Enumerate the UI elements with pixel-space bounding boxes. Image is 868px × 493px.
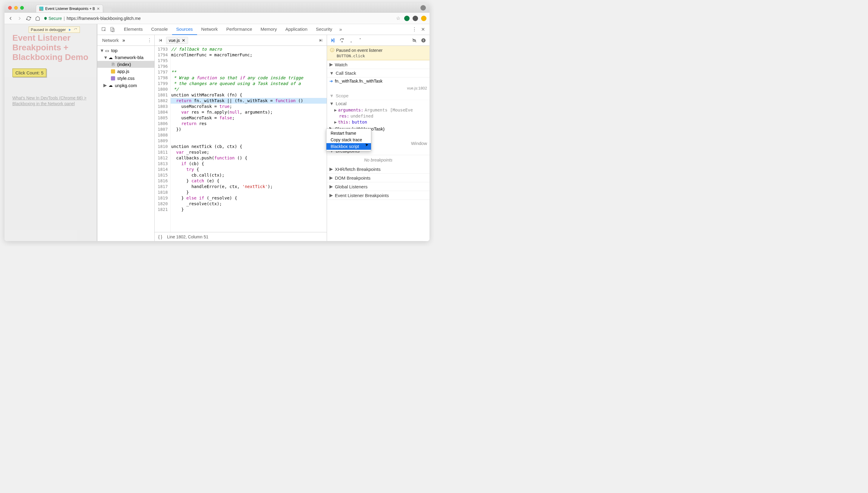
format-icon[interactable]: { }: [158, 234, 162, 239]
inspect-element-icon[interactable]: [100, 25, 108, 34]
current-frame-icon: ➔: [329, 79, 333, 84]
prev-file-icon[interactable]: [156, 36, 165, 45]
close-devtools-icon[interactable]: ✕: [419, 25, 427, 34]
back-button[interactable]: [7, 15, 14, 21]
code-line[interactable]: var _resolve;: [171, 149, 327, 155]
code-line[interactable]: * Wrap a function so that if any code in…: [171, 75, 327, 81]
code-line[interactable]: return fn._withTask || (fn._withTask = f…: [171, 98, 327, 104]
code-line[interactable]: if (cb) {: [171, 161, 327, 167]
tree-cdn[interactable]: ▶☁unpkg.com: [97, 82, 154, 89]
resume-button[interactable]: [329, 36, 337, 45]
scope-var-res[interactable]: res: undefined: [327, 113, 430, 119]
section-call-stack[interactable]: ▼Call Stack: [327, 69, 430, 78]
url-input[interactable]: Secure | https://framework-blackboxing.g…: [44, 16, 392, 21]
scope-var-this[interactable]: ▶this: button: [327, 119, 430, 125]
tab-security[interactable]: Security: [312, 24, 337, 35]
new-tab-button[interactable]: [104, 7, 111, 12]
click-count-button[interactable]: Click Count: 5: [13, 68, 46, 77]
navigator-more-icon[interactable]: »: [122, 38, 125, 43]
code-editor[interactable]: 1793179417951796179717981799180018011802…: [155, 46, 327, 232]
tab-console[interactable]: Console: [147, 24, 172, 35]
window-close-button[interactable]: [8, 6, 12, 9]
code-line[interactable]: * the changes are queued using a Task in…: [171, 81, 327, 86]
navigator-menu-icon[interactable]: ⋮: [147, 37, 152, 43]
extension-icon[interactable]: [421, 16, 427, 21]
window-minimize-button[interactable]: [14, 6, 18, 9]
code-line[interactable]: [171, 58, 327, 64]
code-line[interactable]: */: [171, 86, 327, 92]
next-file-icon[interactable]: [317, 36, 325, 45]
menu-icon[interactable]: ⋮: [410, 25, 419, 34]
step-over-icon[interactable]: [73, 28, 78, 32]
editor-tab-vue[interactable]: vue.js✕: [166, 37, 188, 44]
scope-local[interactable]: ▼Local: [327, 100, 430, 107]
tree-file-index[interactable]: 🖹(index): [97, 61, 154, 68]
window-maximize-button[interactable]: [20, 6, 24, 9]
navigator-tab-network[interactable]: Network: [100, 37, 121, 43]
code-line[interactable]: [171, 138, 327, 144]
tree-top[interactable]: ▼▭top: [97, 47, 154, 54]
code-line[interactable]: }: [171, 207, 327, 212]
code-line[interactable]: _resolve(ctx);: [171, 201, 327, 207]
code-line[interactable]: }): [171, 127, 327, 132]
step-out-button[interactable]: [356, 36, 364, 45]
deactivate-breakpoints-button[interactable]: [410, 36, 419, 45]
code-line[interactable]: [171, 132, 327, 138]
device-toggle-icon[interactable]: [108, 25, 117, 34]
resume-icon[interactable]: [67, 28, 72, 32]
bookmark-star-icon[interactable]: ☆: [395, 15, 401, 21]
tab-application[interactable]: Application: [281, 24, 312, 35]
page-link[interactable]: What's New In DevTools (Chrome 66) > Bla…: [13, 95, 89, 107]
code-line[interactable]: // fallback to macro: [171, 46, 327, 52]
code-line[interactable]: callbacks.push(function () {: [171, 155, 327, 161]
code-line[interactable]: [171, 64, 327, 69]
tab-network[interactable]: Network: [197, 24, 222, 35]
tree-domain[interactable]: ▼☁framework-bla: [97, 54, 154, 61]
extension-icon[interactable]: [404, 16, 410, 21]
section-xhr-breakpoints[interactable]: ▶XHR/fetch Breakpoints: [327, 165, 430, 174]
tab-close-icon[interactable]: ✕: [97, 7, 100, 11]
forward-button[interactable]: [17, 15, 23, 21]
tab-performance[interactable]: Performance: [222, 24, 257, 35]
tab-sources[interactable]: Sources: [172, 24, 197, 35]
code-line[interactable]: cb.call(ctx);: [171, 172, 327, 178]
more-tabs-icon[interactable]: »: [337, 25, 345, 34]
pause-exceptions-button[interactable]: [419, 36, 428, 45]
reload-button[interactable]: [26, 15, 31, 21]
code-line[interactable]: var res = fn.apply(null, arguments);: [171, 109, 327, 115]
scope-var-arguments[interactable]: ▶arguments: Arguments [MouseEve: [327, 107, 430, 113]
tree-file-style-css[interactable]: style.css: [97, 75, 154, 82]
code-line[interactable]: } else if (_resolve) {: [171, 195, 327, 201]
code-line[interactable]: } catch (e) {: [171, 178, 327, 184]
frame-location[interactable]: vue.js:1802: [407, 86, 427, 90]
code-line[interactable]: useMacroTask = false;: [171, 115, 327, 121]
extension-icon[interactable]: [413, 16, 418, 21]
code-line[interactable]: unction withMacroTask (fn) {: [171, 92, 327, 98]
code-line[interactable]: try {: [171, 167, 327, 172]
context-menu-blackbox-script[interactable]: Blackbox script: [326, 143, 371, 150]
call-stack-frame[interactable]: ➔ fn._withTask.fn._withTask: [327, 78, 430, 85]
context-menu-restart-frame[interactable]: Restart frame: [326, 130, 371, 136]
step-over-button[interactable]: [338, 36, 346, 45]
code-line[interactable]: return res: [171, 121, 327, 127]
step-into-button[interactable]: [347, 36, 355, 45]
section-scope[interactable]: ▼Scope: [327, 92, 430, 100]
code-line[interactable]: handleError(e, ctx, 'nextTick');: [171, 184, 327, 190]
tab-close-icon[interactable]: ✕: [182, 38, 186, 43]
section-watch[interactable]: ▶Watch: [327, 60, 430, 69]
home-button[interactable]: [35, 15, 41, 21]
tab-memory[interactable]: Memory: [257, 24, 281, 35]
section-event-listener-breakpoints[interactable]: ▶Event Listener Breakpoints: [327, 191, 430, 200]
code-line[interactable]: unction nextTick (cb, ctx) {: [171, 144, 327, 149]
browser-tab[interactable]: Event Listener Breakpoints + B ✕: [36, 4, 103, 12]
code-line[interactable]: microTimerFunc = macroTimerFunc;: [171, 52, 327, 58]
section-dom-breakpoints[interactable]: ▶DOM Breakpoints: [327, 174, 430, 182]
tree-file-app-js[interactable]: app.js: [97, 68, 154, 75]
context-menu-copy-stack-trace[interactable]: Copy stack trace: [326, 136, 371, 143]
profile-avatar-icon[interactable]: [420, 5, 426, 10]
section-global-listeners[interactable]: ▶Global Listeners: [327, 182, 430, 191]
code-line[interactable]: useMacroTask = true;: [171, 104, 327, 109]
code-line[interactable]: **: [171, 69, 327, 75]
tab-elements[interactable]: Elements: [120, 24, 147, 35]
code-line[interactable]: }: [171, 190, 327, 195]
